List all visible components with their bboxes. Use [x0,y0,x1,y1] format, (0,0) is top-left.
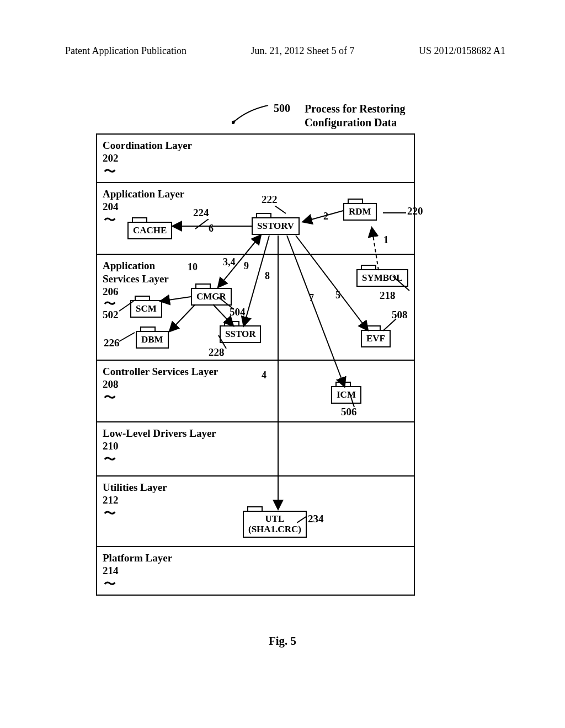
layer-title-utl: Utilities Layer [103,481,408,494]
ref-208: 208 [103,378,408,390]
block-label: EVF [366,333,385,344]
ref-234-pointer: 234 [308,513,324,525]
step-8: 8 [265,270,270,282]
step-3-4: 3,4 [223,256,236,268]
ref-506-pointer: 506 [341,406,357,418]
ref-224-pointer: 224 [193,207,209,219]
ref-508-pointer: 508 [392,309,408,321]
title-text: Process for Restoring Configuration Data [305,102,406,130]
block-evf: EVF [361,330,391,347]
step-7: 7 [309,292,314,304]
title-ref-500: 500 [274,102,290,115]
tilde-icon: 〜 [104,389,116,406]
ref-212: 212 [103,494,408,506]
diagram-title-row: 500 Process for Restoring Configuration … [232,102,406,130]
header-right: US 2012/0158682 A1 [419,45,505,57]
tilde-icon: 〜 [104,212,116,228]
block-label: RDM [349,206,371,217]
block-label: CACHE [133,225,167,235]
layer-low-level-drivers: Low-Level Drivers Layer 210 〜 [97,421,414,475]
ref-202: 202 [103,152,408,164]
layer-utilities: Utilities Layer 212 〜 UTL (SHA1.CRC) [97,475,414,546]
ref-234: 234 [308,513,324,524]
layer-controller-services: Controller Services Layer 208 〜 ICM [97,360,414,421]
tilde-icon: 〜 [104,576,116,592]
ref-222-pointer: 222 [262,194,278,206]
figure-caption: Fig. 5 [0,634,565,648]
layer-title-coord: Coordination Layer [103,139,408,152]
layer-app-services: Application Services Layer 206 〜 SYMBOL … [97,254,414,360]
ref-222: 222 [262,194,278,205]
layer-platform: Platform Layer 214 〜 [97,546,414,595]
page-header: Patent Application Publication Jun. 21, … [0,45,565,57]
layer-application: Application Layer 204 〜 CACHE SSTORV RDM [97,182,414,254]
block-label: SSTORV [257,221,294,231]
ref-224: 224 [193,207,209,218]
ref-228-pointer: 228 [209,346,225,358]
tilde-icon: 〜 [104,451,116,468]
ref-226-pointer: 226 [104,337,120,349]
ref-506: 506 [341,406,357,417]
block-rdm: RDM [343,203,377,221]
step-4: 4 [262,370,266,381]
layer-title-lld: Low-Level Drivers Layer [103,427,408,440]
layer-title-plat: Platform Layer [103,552,408,565]
step-9: 9 [244,260,249,272]
tilde-icon: 〜 [104,505,116,522]
block-cache: CACHE [127,222,172,239]
ref-218: 218 [380,290,396,301]
layer-coordination: Coordination Layer 202 〜 [97,135,414,182]
ref-220-pointer: 220 [407,205,423,217]
block-scm: SCM [130,300,162,318]
block-label: DBM [141,334,163,345]
ref-220: 220 [407,205,423,217]
ref-218-pointer: 218 [380,290,396,302]
block-dbm: DBM [136,331,169,349]
block-label: SCM [136,303,157,314]
layer-title-csl: Controller Services Layer [103,365,408,378]
step-2: 2 [323,211,328,222]
ref-502-pointer: 502 [103,309,119,321]
step-1: 1 [383,234,388,246]
ref-502: 502 [103,309,119,320]
step-6: 6 [209,223,214,234]
ref-214: 214 [103,565,408,577]
header-left: Patent Application Publication [65,45,186,57]
block-label: UTL [265,513,284,524]
ref-504-pointer: 504 [230,306,246,318]
block-sublabel: (SHA1.CRC) [248,524,301,534]
arrow-swoosh-icon [232,102,270,119]
ref-226: 226 [104,337,120,349]
layers-diagram: Coordination Layer 202 〜 Application Lay… [96,133,415,596]
title-line1: Process for Restoring [305,103,406,115]
ref-210: 210 [103,440,408,452]
block-sstorv: SSTORV [252,217,300,235]
step-10: 10 [188,261,198,273]
step-5: 5 [335,290,340,301]
title-line2: Configuration Data [305,116,397,129]
header-center: Jun. 21, 2012 Sheet 5 of 7 [250,45,354,57]
tilde-icon: 〜 [104,163,116,180]
